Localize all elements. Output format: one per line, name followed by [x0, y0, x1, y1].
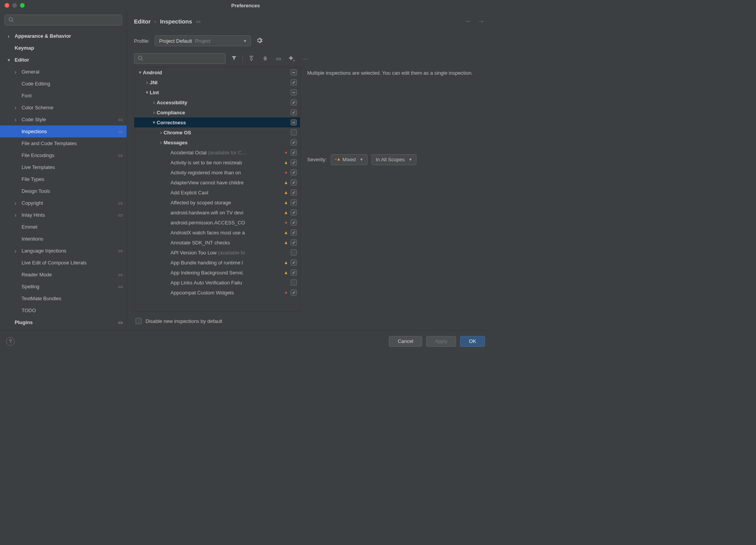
inspection-tree[interactable]: AndroidJNILintAccessibilityComplianceCor… [134, 67, 300, 312]
inspection-checkbox[interactable] [291, 139, 297, 145]
inspection-row[interactable]: App Bundle handling of runtime l▲ [134, 257, 300, 267]
apply-button[interactable]: Apply [426, 336, 457, 347]
inspection-row[interactable]: Chrome OS [134, 127, 300, 137]
gear-icon[interactable] [256, 37, 263, 45]
inspection-row[interactable]: Activity is set to be non resizeab▲ [134, 157, 300, 167]
sidebar-item-inspections[interactable]: Inspections▭ [0, 125, 127, 137]
scope-selector[interactable]: In All Scopes ▼ [371, 154, 416, 165]
inspection-checkbox[interactable] [291, 99, 297, 105]
sidebar-item-textmate-bundles[interactable]: TextMate Bundles [0, 293, 127, 304]
chevron-down-icon: ▼ [243, 39, 247, 43]
inspection-checkbox[interactable] [291, 289, 297, 296]
inspection-checkbox[interactable] [291, 249, 297, 256]
inspection-row[interactable]: android.hardware.wifi on TV devi▲ [134, 207, 300, 217]
inspection-checkbox[interactable] [291, 89, 297, 95]
sidebar-item-language-injections[interactable]: Language Injections▭ [0, 245, 127, 257]
inspection-checkbox[interactable] [291, 279, 297, 286]
sidebar-item-todo[interactable]: TODO [0, 304, 127, 316]
inspection-row[interactable]: AdapterView cannot have childre▲ [134, 177, 300, 187]
sidebar-item-file-types[interactable]: File Types [0, 173, 127, 185]
remove-icon[interactable]: — [300, 55, 310, 62]
sidebar-item-editor[interactable]: Editor [0, 54, 127, 66]
chevron-right-icon [15, 117, 20, 123]
inspection-row[interactable]: Android [134, 67, 300, 77]
sidebar-item-color-scheme[interactable]: Color Scheme [0, 102, 127, 114]
inspection-row[interactable]: Activity registered more than on● [134, 167, 300, 177]
inspection-row[interactable]: App Links Auto Verification Failu [134, 278, 300, 288]
sidebar-item-label: Keymap [13, 45, 123, 51]
inspection-row[interactable]: Accessibility [134, 97, 300, 107]
sidebar-item-inlay-hints[interactable]: Inlay Hints▭ [0, 209, 127, 221]
inspection-checkbox[interactable] [291, 239, 297, 246]
sidebar-item-file-and-code-templates[interactable]: File and Code Templates [0, 137, 127, 149]
reset-icon[interactable]: ▭ [274, 55, 283, 62]
sidebar-item-live-templates[interactable]: Live Templates [0, 161, 127, 173]
inspection-checkbox[interactable] [291, 169, 297, 176]
inspection-row[interactable]: Accidental Octal (available for C…● [134, 147, 300, 157]
sidebar-item-copyright[interactable]: Copyright▭ [0, 197, 127, 209]
add-icon[interactable]: ✚▾ [286, 55, 297, 62]
inspection-checkbox[interactable] [291, 149, 297, 155]
breadcrumb-editor[interactable]: Editor [134, 18, 151, 25]
help-icon[interactable]: ? [6, 337, 15, 346]
sidebar-item-reader-mode[interactable]: Reader Mode▭ [0, 269, 127, 281]
sidebar-item-intentions[interactable]: Intentions [0, 233, 127, 245]
inspection-row[interactable]: JNI [134, 77, 300, 87]
cancel-button[interactable]: Cancel [389, 336, 422, 347]
sidebar-item-code-editing[interactable]: Code Editing [0, 78, 127, 90]
warning-icon: ▲ [283, 230, 289, 235]
severity-selector[interactable]: ● ▲ Mixed ▼ [331, 154, 368, 165]
sidebar-item-font[interactable]: Font [0, 90, 127, 102]
sidebar-item-general[interactable]: General [0, 66, 127, 78]
sidebar-item-appearance-behavior[interactable]: Appearance & Behavior [0, 30, 127, 42]
inspection-checkbox[interactable] [291, 69, 297, 75]
inspection-checkbox[interactable] [291, 199, 297, 206]
inspection-checkbox[interactable] [291, 109, 297, 115]
inspection-search-input[interactable] [134, 53, 226, 64]
sidebar-item-spelling[interactable]: Spelling▭ [0, 281, 127, 293]
project-scope-icon: ▭ [116, 117, 123, 122]
inspection-checkbox[interactable] [291, 129, 297, 135]
nav-forward-icon[interactable]: → [477, 17, 484, 25]
nav-back-icon[interactable]: ← [465, 17, 472, 25]
sidebar-item-file-encodings[interactable]: File Encodings▭ [0, 149, 127, 161]
inspection-checkbox[interactable] [291, 219, 297, 226]
sidebar-item-design-tools[interactable]: Design Tools [0, 185, 127, 197]
expand-all-icon[interactable] [246, 55, 257, 62]
inspection-checkbox[interactable] [291, 209, 297, 216]
inspection-checkbox[interactable] [291, 119, 297, 125]
sidebar-item-keymap[interactable]: Keymap [0, 42, 127, 54]
disable-new-checkbox[interactable] [135, 318, 142, 324]
sidebar-item-label: Live Templates [20, 164, 123, 170]
sidebar-search-input[interactable] [5, 15, 122, 25]
inspection-checkbox[interactable] [291, 259, 297, 266]
inspection-row[interactable]: Affected by scoped storage▲ [134, 197, 300, 207]
sidebar-item-emmet[interactable]: Emmet [0, 221, 127, 233]
collapse-all-icon[interactable] [260, 55, 271, 62]
filter-icon[interactable] [229, 55, 239, 62]
inspection-row[interactable]: android.permission.ACCESS_CO● [134, 217, 300, 227]
ok-button[interactable]: OK [460, 336, 485, 347]
inspection-row[interactable]: Add Explicit Cast▲ [134, 187, 300, 197]
inspection-checkbox[interactable] [291, 159, 297, 166]
inspection-row[interactable]: Appcompat Custom Widgets● [134, 288, 300, 298]
inspection-row[interactable]: App Indexing Background Servic▲ [134, 267, 300, 278]
inspection-checkbox[interactable] [291, 189, 297, 196]
inspection-checkbox[interactable] [291, 79, 297, 85]
inspection-row[interactable]: AndroidX watch faces must use a▲ [134, 227, 300, 237]
inspection-row[interactable]: Lint [134, 87, 300, 97]
profile-selector[interactable]: Project Default Project ▼ [155, 35, 251, 46]
inspection-row[interactable]: Compliance [134, 107, 300, 117]
inspection-checkbox[interactable] [291, 269, 297, 276]
sidebar-item-plugins[interactable]: Plugins▭ [0, 316, 127, 328]
sidebar-item-code-style[interactable]: Code Style▭ [0, 114, 127, 125]
sidebar-item-label: Plugins [13, 319, 116, 325]
sidebar-item-live-edit-of-compose-literals[interactable]: Live Edit of Compose Literals [0, 257, 127, 269]
inspection-checkbox[interactable] [291, 229, 297, 236]
inspection-row[interactable]: Messages [134, 137, 300, 147]
inspection-checkbox[interactable] [291, 179, 297, 186]
inspection-row[interactable]: API Version Too Low (available fo [134, 247, 300, 257]
sidebar-item-label: TODO [20, 308, 123, 313]
inspection-row[interactable]: Annotate SDK_INT checks▲ [134, 237, 300, 247]
inspection-row[interactable]: Correctness [134, 117, 300, 127]
